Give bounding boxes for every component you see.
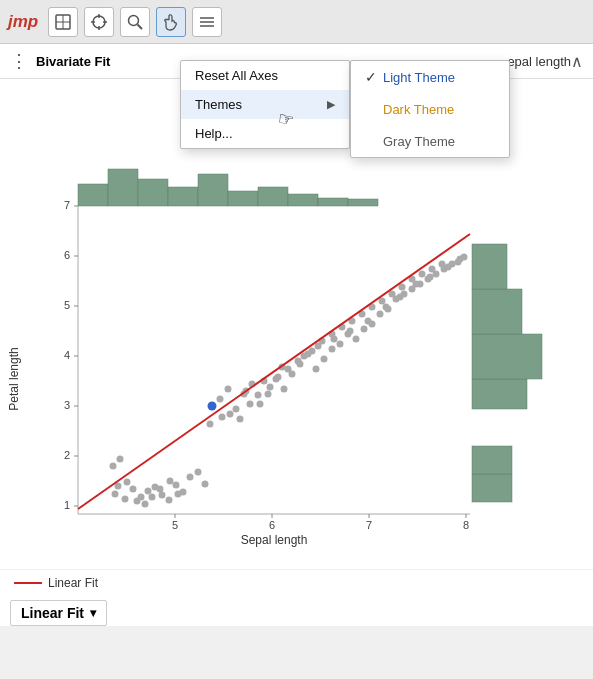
svg-rect-24 — [472, 446, 512, 474]
y-axis-label: Petal length — [7, 347, 21, 410]
svg-point-71 — [187, 474, 194, 481]
help-item[interactable]: Help... — [181, 119, 349, 148]
svg-point-140 — [397, 294, 404, 301]
svg-point-145 — [461, 254, 468, 261]
svg-point-143 — [445, 264, 452, 271]
panel-collapse-chevron[interactable]: ∧ — [571, 52, 583, 71]
svg-point-109 — [247, 401, 254, 408]
svg-rect-23 — [472, 474, 512, 502]
grab-tool-button[interactable] — [156, 7, 186, 37]
legend-area: Linear Fit — [0, 569, 593, 596]
gray-theme-check-icon — [365, 133, 383, 149]
svg-rect-14 — [108, 169, 138, 206]
svg-rect-13 — [78, 184, 108, 206]
svg-point-76 — [217, 396, 224, 403]
toolbar: jmp — [0, 0, 593, 44]
svg-point-96 — [377, 311, 384, 318]
scatter-dots — [110, 254, 468, 508]
svg-rect-19 — [258, 187, 288, 206]
svg-point-93 — [353, 336, 360, 343]
svg-rect-20 — [288, 194, 318, 206]
svg-point-59 — [159, 492, 166, 499]
linear-fit-line — [78, 234, 470, 509]
svg-point-142 — [427, 274, 434, 281]
svg-point-89 — [321, 356, 328, 363]
svg-point-107 — [227, 411, 234, 418]
svg-point-136 — [331, 336, 338, 343]
svg-point-129 — [207, 421, 214, 428]
light-theme-check-icon: ✓ — [365, 69, 383, 85]
svg-rect-22 — [348, 199, 378, 206]
svg-point-74 — [110, 463, 117, 470]
svg-text:4: 4 — [64, 349, 70, 361]
panel-subtitle: epal length — [507, 54, 571, 69]
menu-tool-button[interactable] — [192, 7, 222, 37]
right-histogram — [472, 244, 542, 502]
svg-point-112 — [275, 374, 282, 381]
svg-point-137 — [347, 328, 354, 335]
svg-point-88 — [313, 366, 320, 373]
dark-theme-item[interactable]: Dark Theme — [351, 93, 509, 125]
svg-point-61 — [173, 482, 180, 489]
svg-point-54 — [122, 496, 129, 503]
svg-text:5: 5 — [64, 299, 70, 311]
svg-point-65 — [134, 498, 141, 505]
svg-point-115 — [309, 348, 316, 355]
svg-point-77 — [225, 386, 232, 393]
svg-point-134 — [301, 353, 308, 360]
highlighted-dot — [208, 402, 217, 411]
legend-label: Linear Fit — [48, 576, 98, 590]
svg-point-114 — [295, 358, 302, 365]
crosshair-tool-button[interactable] — [84, 7, 114, 37]
svg-point-81 — [257, 401, 264, 408]
gray-theme-item[interactable]: Gray Theme — [351, 125, 509, 157]
panel-menu-dots[interactable]: ⋮ — [10, 50, 28, 72]
svg-point-66 — [142, 501, 149, 508]
svg-rect-21 — [318, 198, 348, 206]
top-histogram — [78, 169, 378, 206]
svg-rect-16 — [168, 187, 198, 206]
dark-theme-check-icon — [365, 101, 383, 117]
svg-point-111 — [267, 384, 274, 391]
themes-item[interactable]: Themes ▶ — [181, 90, 349, 119]
svg-point-70 — [175, 491, 182, 498]
svg-line-9 — [138, 24, 143, 29]
svg-point-8 — [129, 15, 139, 25]
svg-rect-27 — [472, 289, 522, 334]
svg-point-94 — [361, 326, 368, 333]
svg-text:6: 6 — [64, 249, 70, 261]
svg-point-69 — [167, 478, 174, 485]
svg-point-84 — [281, 386, 288, 393]
svg-rect-15 — [138, 179, 168, 206]
svg-rect-17 — [198, 174, 228, 206]
reset-all-axes-item[interactable]: Reset All Axes — [181, 61, 349, 90]
select-tool-button[interactable] — [48, 7, 78, 37]
svg-point-126 — [419, 271, 426, 278]
svg-point-128 — [439, 261, 446, 268]
x-axis-label: Sepal length — [241, 533, 308, 547]
svg-point-139 — [383, 304, 390, 311]
linear-fit-label: Linear Fit — [21, 605, 84, 621]
svg-point-144 — [455, 259, 462, 266]
svg-rect-26 — [472, 334, 542, 379]
svg-rect-18 — [228, 191, 258, 206]
svg-point-55 — [130, 486, 137, 493]
svg-point-138 — [365, 318, 372, 325]
svg-point-110 — [255, 392, 262, 399]
light-theme-item[interactable]: ✓ Light Theme — [351, 61, 509, 93]
svg-point-90 — [329, 346, 336, 353]
svg-point-64 — [124, 479, 131, 486]
linear-fit-button[interactable]: Linear Fit ▾ — [10, 600, 107, 626]
themes-arrow-icon: ▶ — [327, 98, 335, 111]
svg-point-67 — [149, 494, 156, 501]
svg-text:2: 2 — [64, 449, 70, 461]
magnify-tool-button[interactable] — [120, 7, 150, 37]
svg-text:1: 1 — [64, 499, 70, 511]
context-menu: Reset All Axes Themes ▶ Help... — [180, 60, 350, 149]
svg-point-57 — [145, 488, 152, 495]
svg-rect-25 — [472, 379, 527, 409]
svg-point-78 — [233, 406, 240, 413]
svg-text:8: 8 — [463, 519, 469, 531]
svg-point-60 — [166, 497, 173, 504]
chevron-down-icon: ▾ — [90, 606, 96, 620]
